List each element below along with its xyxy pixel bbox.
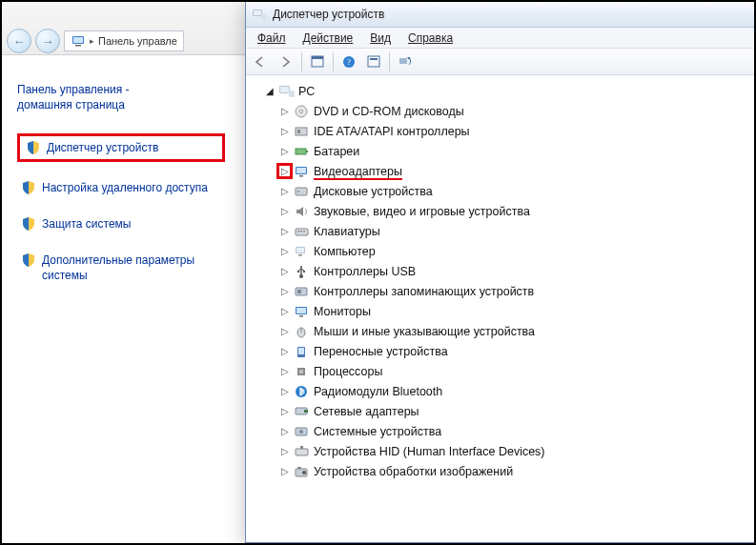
expand-icon[interactable]: ▷	[278, 265, 291, 277]
expand-icon[interactable]: ▷	[278, 385, 291, 397]
sidebar-item-label: Дополнительные параметры системы	[42, 252, 221, 283]
tree-node-network-adapters[interactable]: ▷Сетевые адаптеры	[252, 401, 750, 421]
forward-button[interactable]: →	[35, 29, 60, 53]
toolbar-forward-button[interactable]	[275, 51, 297, 72]
expand-icon[interactable]: ▷	[278, 245, 291, 257]
tree-node-ide[interactable]: ▷IDE ATA/ATAPI контроллеры	[252, 121, 750, 141]
svg-rect-57	[297, 467, 301, 469]
tree-node-label: Видеоадаптеры	[314, 165, 402, 178]
svg-rect-32	[296, 248, 304, 252]
svg-rect-54	[300, 446, 303, 449]
expand-icon[interactable]: ▷	[278, 185, 291, 197]
toolbar-help-button[interactable]: ?	[337, 51, 360, 72]
svg-rect-24	[299, 175, 303, 177]
svg-rect-47	[299, 370, 303, 373]
expand-icon[interactable]: ▷	[278, 205, 291, 217]
expand-icon[interactable]: ▷	[278, 165, 291, 177]
tree-node-storage-controllers[interactable]: ▷Контроллеры запоминающих устройств	[252, 281, 750, 301]
svg-rect-41	[299, 315, 303, 317]
menu-help[interactable]: Справка	[400, 30, 460, 47]
expand-icon[interactable]: ▷	[278, 445, 291, 457]
breadcrumb-segment[interactable]: Панель управле	[98, 35, 177, 47]
svg-text:?: ?	[347, 57, 351, 67]
tree-node-hid[interactable]: ▷Устройства HID (Human Interface Devices…	[252, 441, 750, 461]
expand-icon[interactable]: ▷	[278, 325, 291, 337]
menubar: Файл Действие Вид Справка	[246, 28, 754, 49]
expand-icon[interactable]: ▷	[278, 305, 291, 317]
tree-node-keyboard[interactable]: ▷Клавиатуры	[252, 221, 750, 241]
expand-icon[interactable]: ▷	[278, 225, 291, 237]
arrow-left-icon: ←	[13, 34, 26, 49]
chevron-right-icon: ▸	[90, 36, 94, 46]
tree-node-imaging[interactable]: ▷Устройства обработки изображений	[252, 461, 750, 481]
sidebar-item-device-manager[interactable]: Диспетчер устройств	[17, 133, 225, 162]
tree-root[interactable]: ◢ PC	[252, 81, 750, 101]
tree-node-dvd[interactable]: ▷DVD и CD-ROM дисководы	[252, 101, 750, 121]
tree-node-label: Устройства обработки изображений	[314, 465, 513, 478]
titlebar[interactable]: Диспетчер устройств	[246, 1, 754, 28]
cp-home-link[interactable]: Панель управления - домашняя страница	[17, 82, 225, 112]
tree-node-computer[interactable]: ▷Компьютер	[252, 241, 750, 261]
svg-rect-1	[73, 37, 83, 43]
device-manager-icon	[252, 7, 267, 22]
tree-node-label: Контроллеры USB	[314, 265, 416, 278]
tree-node-disk-drives[interactable]: ▷Дисковые устройства	[252, 181, 750, 201]
device-manager-window: Диспетчер устройств Файл Действие Вид Сп…	[245, 0, 755, 543]
toolbar-properties-button[interactable]	[306, 51, 329, 72]
shield-icon	[26, 140, 41, 155]
sidebar-item-advanced-settings[interactable]: Дополнительные параметры системы	[17, 250, 225, 286]
expand-icon[interactable]: ▷	[278, 125, 291, 137]
expand-icon[interactable]: ▷	[278, 105, 291, 117]
back-button[interactable]: ←	[7, 29, 31, 53]
expand-icon[interactable]: ▷	[278, 425, 291, 437]
expand-icon[interactable]: ▷	[278, 345, 291, 357]
tree-node-battery[interactable]: ▷Батареи	[252, 141, 750, 161]
breadcrumb[interactable]: ▸ Панель управле	[64, 30, 184, 51]
tree-node-monitors[interactable]: ▷Мониторы	[252, 301, 750, 321]
tree-node-display-adapters[interactable]: ▷Видеоадаптеры	[252, 161, 750, 181]
svg-rect-12	[399, 58, 407, 64]
expand-icon[interactable]: ▷	[278, 465, 291, 477]
sidebar-item-label: Защита системы	[42, 216, 131, 232]
hid-icon	[294, 444, 311, 459]
expand-icon[interactable]: ▷	[278, 145, 291, 157]
svg-rect-10	[368, 56, 379, 67]
menu-view[interactable]: Вид	[362, 30, 398, 47]
menu-file[interactable]: Файл	[250, 30, 294, 47]
tree-node-label: Клавиатуры	[314, 225, 380, 238]
tree-node-label: Процессоры	[314, 365, 382, 378]
toolbar-scan-button[interactable]	[362, 51, 385, 72]
sidebar-item-label: Настройка удаленного доступа	[42, 180, 208, 195]
toolbar-separator	[333, 52, 334, 71]
menu-action[interactable]: Действие	[296, 30, 361, 47]
svg-point-17	[299, 110, 302, 112]
collapse-icon[interactable]: ◢	[263, 85, 276, 97]
toolbar-separator	[389, 52, 390, 71]
tree-node-label: Системные устройства	[314, 425, 441, 438]
tree-node-system-devices[interactable]: ▷Системные устройства	[252, 421, 750, 441]
expand-icon[interactable]: ▷	[278, 405, 291, 417]
tree-node-sound[interactable]: ▷Звуковые, видео и игровые устройства	[252, 201, 750, 221]
svg-rect-7	[312, 56, 323, 59]
toolbar-back-button[interactable]	[250, 51, 273, 72]
tree-node-processors[interactable]: ▷Процессоры	[252, 361, 750, 381]
expand-icon[interactable]: ▷	[278, 365, 291, 377]
tree-node-label: DVD и CD-ROM дисководы	[314, 105, 464, 118]
toolbar-separator	[301, 52, 302, 71]
sidebar-item-system-protection[interactable]: Защита системы	[17, 213, 225, 234]
expand-icon[interactable]: ▷	[278, 285, 291, 297]
tree-node-label: Контроллеры запоминающих устройств	[314, 285, 534, 298]
device-tree[interactable]: ◢ PC ▷DVD и CD-ROM дисководы▷IDE ATA/ATA…	[246, 75, 754, 542]
tree-node-label: Компьютер	[314, 245, 376, 258]
toolbar-refresh-button[interactable]	[394, 51, 417, 72]
shield-icon	[21, 216, 36, 232]
shield-icon	[21, 252, 36, 268]
control-panel-icon	[71, 33, 86, 49]
tree-node-portable[interactable]: ▷Переносные устройства	[252, 341, 750, 361]
sidebar-item-remote-settings[interactable]: Настройка удаленного доступа	[17, 177, 225, 198]
tree-node-bluetooth[interactable]: ▷Радиомодули Bluetooth	[252, 381, 750, 401]
tree-node-mice[interactable]: ▷Мыши и иные указывающие устройства	[252, 321, 750, 341]
tree-node-usb-controllers[interactable]: ▷Контроллеры USB	[252, 261, 750, 281]
disk-icon	[294, 184, 311, 199]
tree-node-label: Сетевые адаптеры	[314, 405, 419, 418]
